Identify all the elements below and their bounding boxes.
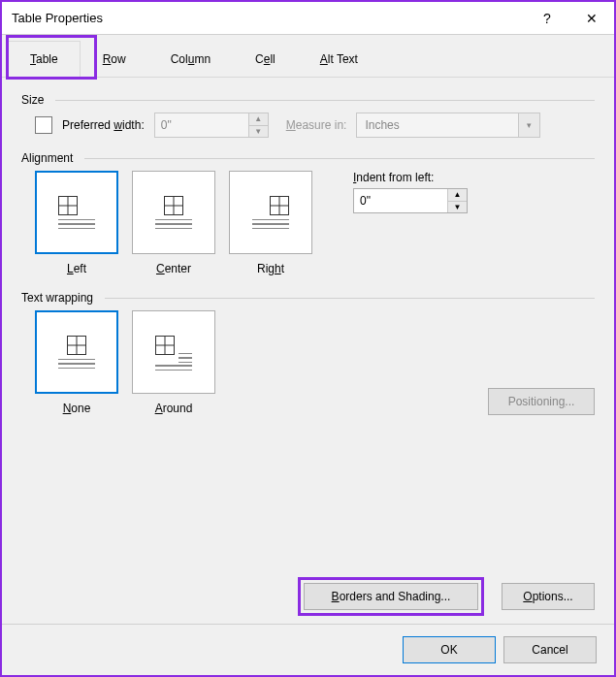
indent-value: 0" — [354, 189, 447, 212]
tab-column[interactable]: Column — [148, 40, 233, 77]
spin-up-icon[interactable]: ▲ — [448, 189, 467, 202]
help-button[interactable]: ? — [525, 2, 569, 35]
wrap-around-icon — [153, 332, 194, 372]
borders-shading-button[interactable]: Borders and Shading... — [304, 583, 478, 610]
positioning-button: Positioning... — [488, 388, 595, 415]
spin-down-icon[interactable]: ▼ — [448, 202, 467, 213]
alignment-group-label: Alignment — [21, 151, 595, 165]
borders-shading-highlight: Borders and Shading... — [298, 577, 484, 616]
width-spin-arrows[interactable]: ▲ ▼ — [248, 113, 268, 137]
align-right-icon — [250, 192, 291, 233]
align-right-option[interactable]: Right — [229, 171, 312, 275]
spin-up-icon[interactable]: ▲ — [249, 113, 268, 126]
preferred-width-label: Preferred width: — [62, 118, 145, 132]
wrap-group-label: Text wrapping — [21, 291, 595, 305]
wrap-none-box[interactable] — [35, 310, 118, 394]
titlebar: Table Properties ? ✕ — [2, 2, 614, 35]
align-center-icon — [153, 192, 194, 233]
preferred-width-value: 0" — [155, 113, 248, 137]
size-row: Preferred width: 0" ▲ ▼ Measure in: Inch… — [21, 113, 595, 138]
align-center-option[interactable]: Center — [132, 171, 215, 275]
measure-in-label: Measure in: — [286, 118, 347, 132]
table-properties-dialog: Table Properties ? ✕ Table Row Column Ce… — [2, 2, 614, 675]
tab-alt-text[interactable]: Alt Text — [298, 40, 380, 77]
measure-in-dropdown[interactable]: Inches ▾ — [356, 113, 540, 138]
preferred-width-input[interactable]: 0" ▲ ▼ — [154, 113, 269, 138]
cancel-button[interactable]: Cancel — [503, 636, 597, 663]
measure-in-value: Inches — [357, 113, 518, 137]
wrap-none-icon — [56, 332, 97, 372]
help-icon: ? — [543, 11, 551, 26]
footer-buttons-row: Borders and Shading... Options... — [21, 577, 595, 616]
align-right-label: Right — [257, 262, 284, 275]
indent-label: Indent from left: — [353, 171, 468, 184]
tab-cell[interactable]: Cell — [233, 40, 298, 77]
preferred-width-checkbox[interactable] — [35, 116, 52, 134]
ok-button[interactable]: OK — [403, 636, 496, 663]
align-left-option[interactable]: Left — [35, 171, 118, 275]
wrap-none-label: None — [63, 402, 91, 415]
wrap-around-option[interactable]: Around — [132, 310, 215, 415]
wrap-around-label: Around — [155, 402, 193, 415]
indent-input[interactable]: 0" ▲ ▼ — [353, 188, 468, 213]
align-right-box[interactable] — [229, 171, 312, 254]
options-button[interactable]: Options... — [502, 583, 595, 610]
close-button[interactable]: ✕ — [569, 2, 614, 35]
indent-block: Indent from left: 0" ▲ ▼ — [353, 171, 468, 213]
align-center-label: Center — [156, 262, 191, 275]
tabstrip: Table Row Column Cell Alt Text — [2, 35, 614, 78]
wrap-none-option[interactable]: None — [35, 310, 118, 415]
close-icon: ✕ — [586, 11, 598, 26]
dialog-button-row: OK Cancel — [2, 624, 614, 675]
align-center-box[interactable] — [132, 171, 215, 254]
chevron-down-icon[interactable]: ▾ — [518, 113, 539, 137]
align-left-box[interactable] — [35, 171, 118, 254]
indent-spin-arrows[interactable]: ▲ ▼ — [447, 189, 467, 212]
alignment-row: Left Center — [21, 171, 595, 275]
content-area: Size Preferred width: 0" ▲ ▼ Measure in:… — [2, 78, 614, 624]
align-left-label: Left — [67, 262, 86, 275]
wrap-around-box[interactable] — [132, 310, 215, 394]
size-group-label: Size — [21, 93, 595, 107]
window-title: Table Properties — [12, 11, 525, 25]
tab-table[interactable]: Table — [8, 41, 81, 78]
wrap-row: None Around Positioning... — [21, 310, 595, 415]
tab-row[interactable]: Row — [81, 40, 148, 77]
spin-down-icon[interactable]: ▼ — [249, 126, 268, 138]
align-left-icon — [56, 192, 97, 233]
